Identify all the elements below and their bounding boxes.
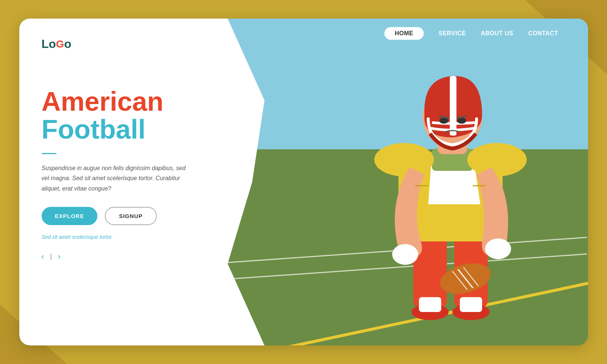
nav-item-service[interactable]: SERVICE	[439, 30, 466, 37]
svg-point-9	[374, 143, 434, 176]
pagination-next[interactable]: ›	[58, 252, 61, 261]
svg-point-21	[457, 118, 466, 124]
signup-button[interactable]: SIGNUP	[105, 207, 157, 225]
nav-item-contact[interactable]: CONTACT	[528, 30, 558, 37]
explore-button[interactable]: EXPLORE	[42, 207, 98, 225]
player-illustration	[350, 48, 558, 345]
hero-title-american: American	[42, 88, 220, 115]
hero-title: American Football	[42, 88, 220, 144]
content-left: L o G o American Football Suspendisse in…	[19, 19, 242, 345]
title-divider	[42, 153, 56, 154]
svg-point-10	[467, 143, 527, 176]
svg-point-11	[392, 244, 418, 265]
page-wrapper: HOME SERVICE ABOUT US CONTACT L o G o Am…	[19, 19, 588, 345]
nav-items: HOME SERVICE ABOUT US CONTACT	[384, 27, 558, 40]
logo-letter-o1: o	[49, 37, 56, 51]
sub-text: Sed sit amet scelerisque tortor.	[42, 234, 220, 240]
pagination-prev[interactable]: ‹	[42, 252, 44, 261]
svg-rect-4	[419, 297, 441, 312]
hero-title-football: Football	[42, 115, 220, 144]
hero-description: Suspendisse in augue non felis dignissim…	[42, 163, 190, 194]
nav-item-about[interactable]: ABOUT US	[481, 30, 513, 37]
logo-letter-o2: o	[64, 37, 71, 51]
logo-letter-l: L	[42, 37, 49, 51]
player-svg	[350, 48, 558, 345]
svg-rect-5	[460, 297, 482, 312]
cta-buttons: EXPLORE SIGNUP	[42, 207, 220, 225]
svg-point-20	[439, 118, 448, 124]
svg-point-12	[485, 238, 511, 259]
pagination: ‹ | ›	[42, 252, 220, 261]
logo-letter-g: G	[56, 38, 64, 50]
svg-rect-19	[450, 76, 456, 136]
pagination-divider: |	[50, 253, 52, 260]
logo: L o G o	[42, 37, 220, 51]
nav-item-home[interactable]: HOME	[384, 27, 424, 40]
